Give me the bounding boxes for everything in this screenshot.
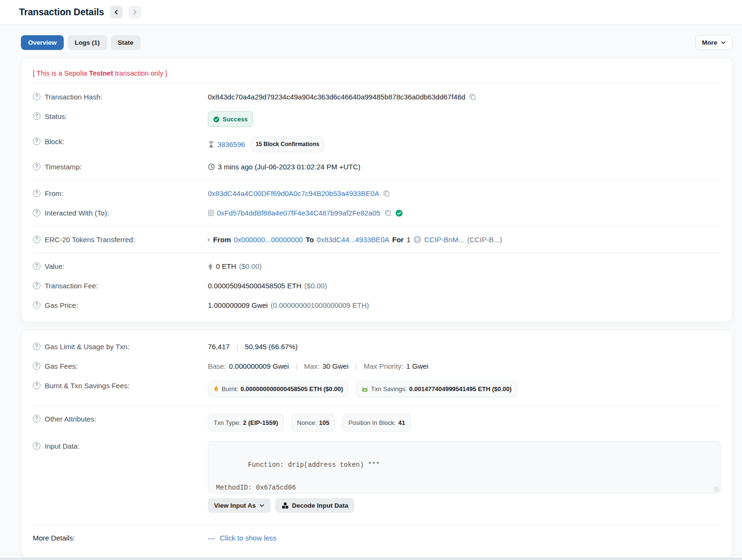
input-data-textarea[interactable]: Function: drip(address token) *** Method… (208, 441, 721, 493)
minus-icon: — (208, 534, 215, 542)
row-burnt-fees: ? Burnt & Txn Savings Fees: Burnt: 0.000… (33, 376, 721, 402)
help-icon[interactable]: ? (33, 262, 40, 270)
transaction-hash-label: Transaction Hash: (45, 92, 102, 102)
copy-to-address-button[interactable] (383, 209, 392, 216)
max-priority-fee-label: Max Priority: (364, 361, 403, 371)
triangle-bullet-icon (208, 238, 210, 242)
details-card: ? Gas Limit & Usage by Txn: 76,417 | 50,… (21, 330, 732, 558)
transfer-to-label: To (306, 235, 314, 245)
burnt-fee-badge: Burnt: 0.000000000000458505 ETH ($0.00) (208, 381, 348, 397)
page-header: Transaction Details (0, 0, 742, 25)
transfer-to-address-link[interactable]: 0x83dC44...4933BE0A (317, 235, 390, 245)
gas-price-eth: (0.000000001000000009 ETH) (271, 300, 369, 310)
burnt-label: Burnt: (222, 384, 238, 394)
transfer-amount: 1 (407, 235, 410, 245)
other-attributes-label: Other Attributes: (45, 414, 96, 424)
decode-input-data-label: Decode Input Data (292, 502, 349, 509)
more-button-label: More (702, 39, 717, 46)
show-less-link[interactable]: — Click to show less (208, 533, 276, 543)
help-icon[interactable]: ? (33, 282, 40, 289)
tab-logs[interactable]: Logs (1) (68, 35, 107, 50)
position-in-block-badge: Position In Block: 41 (342, 414, 410, 432)
value-usd: ($0.00) (239, 261, 262, 271)
chevron-right-icon (132, 9, 138, 15)
transfer-from-address-link[interactable]: 0x000000...00000000 (234, 235, 303, 245)
chevron-left-icon (113, 9, 119, 15)
value-label: Value: (45, 261, 64, 271)
erc20-transfer-label: ERC-20 Tokens Transferred: (45, 235, 135, 245)
page-title: Transaction Details (19, 7, 104, 18)
hourglass-icon (208, 141, 215, 148)
row-from: ? From: 0x83dC44a4C00DFf69d0A0c7c94B20b5… (33, 184, 721, 203)
help-icon[interactable]: ? (33, 382, 40, 389)
view-input-as-label: View Input As (214, 502, 256, 509)
block-number-link[interactable]: 3836596 (217, 139, 245, 149)
help-icon[interactable]: ? (33, 209, 40, 216)
row-transaction-hash: ? Transaction Hash: 0x843dc70a4a29d79234… (33, 87, 721, 107)
help-icon[interactable]: ? (33, 343, 40, 350)
row-value: ? Value: 0 ETH ($0.00) (33, 256, 721, 276)
pipe-separator: | (236, 342, 238, 352)
view-input-as-button[interactable]: View Input As (208, 498, 271, 513)
gas-usage-value: 50,945 (66.67%) (245, 342, 298, 352)
decode-input-data-button[interactable]: Decode Input Data (275, 498, 355, 513)
transfer-for-label: For (392, 235, 403, 245)
divider (33, 83, 721, 84)
previous-transaction-button[interactable] (110, 6, 123, 19)
help-icon[interactable]: ? (33, 362, 40, 370)
help-icon[interactable]: ? (33, 442, 40, 450)
help-icon[interactable]: ? (33, 112, 40, 120)
status-value: Success (223, 114, 248, 124)
gas-fees-label: Gas Fees: (45, 361, 78, 371)
help-icon[interactable]: ? (33, 415, 40, 422)
burnt-value: 0.000000000000458505 ETH ($0.00) (241, 384, 343, 394)
flame-icon (213, 385, 219, 393)
base-fee-value: 0.000000009 Gwei (229, 361, 289, 371)
chevron-down-icon (259, 503, 264, 508)
token-symbol: (CCIP-B...) (467, 235, 502, 245)
position-value: 41 (398, 418, 405, 428)
to-address-link[interactable]: 0xFd57b4ddBf88a4e07fF4e34C487b99af2Fe82a… (217, 208, 381, 218)
row-gas-limit: ? Gas Limit & Usage by Txn: 76,417 | 50,… (33, 337, 721, 356)
timestamp-value: 3 mins ago (Jul-06-2023 01:02:24 PM +UTC… (218, 162, 361, 172)
copy-icon (384, 209, 391, 216)
help-icon[interactable]: ? (33, 138, 40, 145)
pipe-separator: | (355, 361, 357, 371)
help-icon[interactable]: ? (33, 163, 40, 170)
tab-overview[interactable]: Overview (21, 35, 64, 50)
page-bottom-strip (0, 558, 742, 560)
from-address-link[interactable]: 0x83dC44a4C00DFf69d0A0c7c94B20b53a4933BE… (208, 188, 379, 198)
nonce-badge: Nonce: 105 (292, 414, 335, 432)
gas-limit-label: Gas Limit & Usage by Txn: (45, 342, 129, 352)
copy-from-address-button[interactable] (382, 190, 391, 197)
help-icon[interactable]: ? (33, 236, 40, 243)
tab-bar: Overview Logs (1) State More (21, 35, 732, 50)
help-icon[interactable]: ? (33, 189, 40, 197)
more-button[interactable]: More (695, 35, 732, 50)
gas-price-label: Gas Price: (45, 300, 78, 310)
clock-icon (208, 163, 215, 170)
divider (33, 405, 721, 406)
help-icon[interactable]: ? (33, 93, 40, 100)
next-transaction-button[interactable] (128, 6, 141, 19)
testnet-warning: [ This is a Sepolia Testnet transaction … (33, 63, 721, 80)
max-fee-value: 30 Gwei (322, 361, 349, 371)
copy-icon (383, 190, 390, 197)
txn-savings-value: 0.001477404999541495 ETH ($0.00) (409, 384, 511, 394)
resize-handle[interactable] (714, 487, 719, 491)
token-name-link[interactable]: CCIP-BnM... (424, 235, 464, 245)
tab-state[interactable]: State (111, 35, 141, 50)
help-icon[interactable]: ? (33, 301, 40, 309)
chevron-down-icon (721, 40, 726, 45)
max-priority-fee-value: 1 Gwei (406, 361, 429, 371)
verified-check-icon (395, 209, 403, 217)
copy-icon (469, 93, 476, 100)
gas-price-amount: 1.000000009 Gwei (208, 300, 268, 310)
base-fee-label: Base: (208, 361, 226, 371)
divider (33, 226, 721, 226)
interacted-with-label: Interacted With (To): (45, 208, 109, 218)
txn-savings-badge: Txn Savings: 0.001477404999541495 ETH ($… (356, 381, 517, 397)
from-label: From: (45, 188, 63, 198)
copy-hash-button[interactable] (468, 93, 477, 100)
row-erc20-transfer: ? ERC-20 Tokens Transferred: From 0x0000… (33, 230, 721, 249)
